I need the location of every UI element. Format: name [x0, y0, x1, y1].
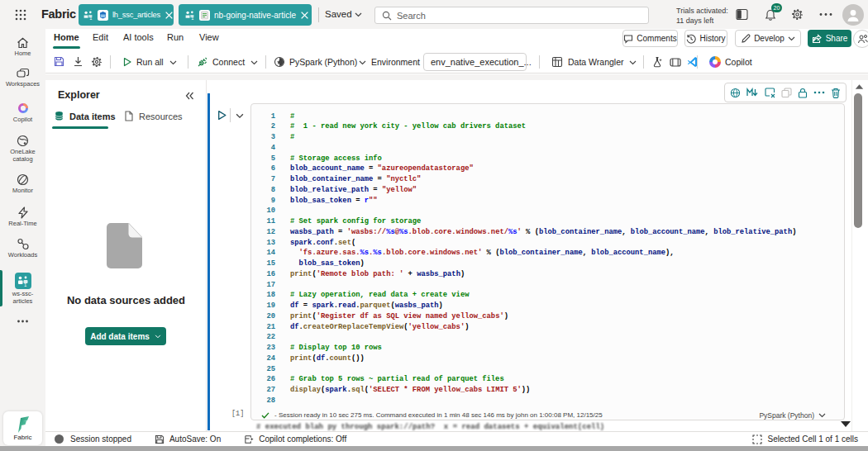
svg-text:1: 1: [89, 16, 92, 21]
svg-text:1: 1: [191, 16, 193, 21]
